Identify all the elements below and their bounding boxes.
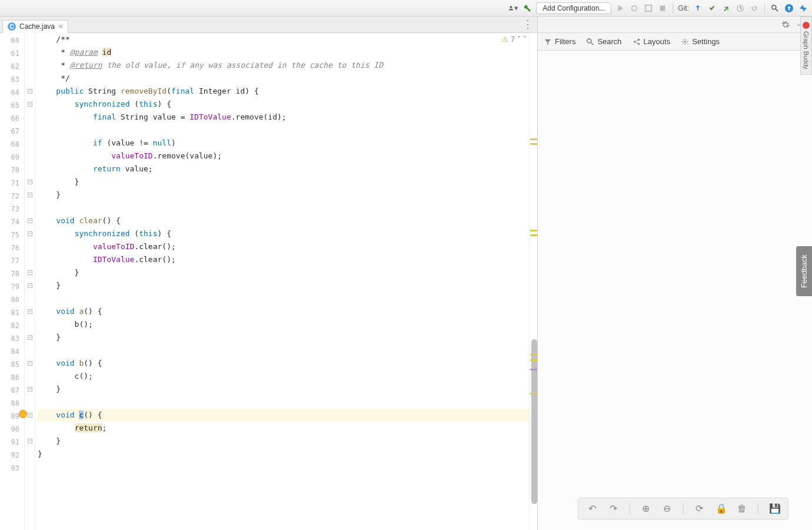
code-line[interactable] (38, 292, 529, 305)
zoom-in-icon[interactable]: ⊕ (641, 503, 651, 514)
code-line[interactable]: /** (38, 33, 529, 46)
editor-tab-cache[interactable]: C Cache.java × (2, 20, 68, 33)
stripe-mark[interactable] (530, 143, 537, 145)
graph-buddy-tab[interactable]: Graph Buddy (800, 16, 812, 75)
fold-toggle[interactable]: − (28, 387, 32, 392)
hammer-build-icon[interactable] (522, 3, 533, 14)
stripe-mark[interactable] (530, 234, 537, 236)
close-tab-icon[interactable]: × (58, 22, 63, 31)
feedback-tab[interactable]: Feedback (796, 246, 812, 296)
code-line[interactable]: synchronized (this) { (38, 227, 529, 240)
stripe-mark[interactable] (530, 369, 537, 370)
chevron-down-icon[interactable]: ˅ (523, 35, 527, 44)
fold-toggle[interactable]: − (28, 89, 32, 94)
code-line[interactable]: valueToID.clear(); (38, 240, 529, 253)
code-line[interactable]: final String value = IDToValue.remove(id… (38, 111, 529, 124)
code-line[interactable]: b(); (38, 318, 529, 331)
code-line[interactable]: valueToID.remove(value); (38, 150, 529, 163)
code-line[interactable]: } (38, 383, 529, 396)
lock-icon[interactable]: 🔒 (716, 503, 726, 514)
stripe-mark[interactable] (530, 393, 537, 395)
settings-button[interactable]: Settings (681, 37, 720, 46)
run-icon[interactable] (615, 3, 625, 14)
code-line[interactable]: * @param id (38, 46, 529, 59)
trash-icon[interactable]: 🗑 (737, 504, 747, 514)
code-line[interactable] (38, 201, 529, 214)
git-rollback-icon[interactable] (749, 3, 760, 14)
code-line[interactable]: } (38, 266, 529, 279)
stripe-mark[interactable] (530, 230, 537, 231)
chevron-up-icon[interactable]: ˄ (517, 35, 521, 44)
search-icon[interactable] (770, 3, 780, 14)
fold-toggle[interactable]: − (28, 270, 32, 275)
editor-body[interactable]: 6061626364656667686970717273747576777879… (0, 33, 537, 530)
code-line[interactable]: IDToValue.clear(); (38, 253, 529, 266)
debug-icon[interactable] (629, 3, 640, 14)
fold-toggle[interactable]: − (28, 283, 32, 288)
intention-bulb-icon[interactable] (19, 410, 27, 418)
code-line[interactable]: } (38, 435, 529, 448)
fold-toggle[interactable]: − (28, 361, 32, 366)
fold-gutter[interactable]: −−−−−−−−−−−−−− (25, 33, 35, 530)
code-line[interactable]: */ (38, 72, 529, 85)
code-area[interactable]: /** * @param id * @return the old value,… (35, 33, 529, 530)
code-line[interactable] (38, 124, 529, 137)
code-line[interactable] (38, 396, 529, 409)
fold-toggle[interactable]: − (28, 102, 32, 107)
filters-button[interactable]: Filters (544, 37, 575, 46)
fold-toggle[interactable]: − (28, 439, 32, 443)
code-line[interactable]: synchronized (this) { (38, 98, 529, 111)
search-button[interactable]: Search (586, 37, 621, 46)
code-line[interactable]: void c() { (38, 409, 529, 422)
fold-toggle[interactable]: − (28, 309, 32, 314)
sync-icon[interactable] (784, 3, 794, 14)
stripe-mark[interactable] (530, 138, 537, 140)
code-line[interactable]: public String removeById(final Integer i… (38, 85, 529, 98)
fold-toggle[interactable]: − (28, 413, 32, 418)
code-line[interactable]: } (38, 279, 529, 292)
git-update-icon[interactable] (693, 3, 703, 14)
code-line[interactable]: c(); (38, 370, 529, 383)
line-number: 68 (0, 138, 24, 151)
code-line[interactable]: return; (38, 422, 529, 435)
code-line[interactable]: } (38, 175, 529, 188)
scrollbar-thumb[interactable] (531, 339, 537, 504)
redo-icon[interactable]: ↷ (608, 503, 619, 514)
user-icon[interactable]: ▾ (508, 3, 518, 14)
refresh-icon[interactable]: ⟳ (694, 503, 705, 514)
add-configuration-button[interactable]: Add Configuration... (536, 2, 611, 14)
code-line[interactable]: } (38, 448, 529, 461)
error-stripe[interactable] (529, 33, 537, 530)
code-line[interactable]: * @return the old value, if any was asso… (38, 59, 529, 72)
git-commit-icon[interactable] (707, 3, 717, 14)
git-push-icon[interactable] (721, 3, 731, 14)
code-line[interactable] (38, 344, 529, 357)
fold-toggle[interactable]: − (28, 218, 32, 223)
stop-icon[interactable] (657, 3, 668, 14)
code-line[interactable]: void a() { (38, 305, 529, 318)
code-line[interactable]: void b() { (38, 357, 529, 370)
fold-toggle[interactable]: − (28, 193, 32, 197)
stripe-mark[interactable] (530, 359, 537, 361)
save-icon[interactable]: 💾 (769, 503, 780, 514)
layouts-button[interactable]: Layouts (633, 37, 671, 46)
code-line[interactable]: if (value != null) (38, 137, 529, 150)
stripe-mark[interactable] (530, 354, 537, 356)
gear-icon[interactable] (780, 19, 791, 30)
fold-toggle[interactable]: − (28, 180, 32, 184)
coverage-icon[interactable] (643, 3, 654, 14)
code-line[interactable]: } (38, 188, 529, 201)
undo-icon[interactable]: ↶ (587, 503, 598, 514)
zoom-out-icon[interactable]: ⊖ (662, 503, 673, 514)
git-history-icon[interactable] (735, 3, 746, 14)
tab-more-icon[interactable]: ⋮ (523, 20, 534, 28)
graph-canvas[interactable]: ↶ ↷ ⊕ ⊖ ⟳ 🔒 🗑 💾 (538, 51, 812, 530)
jetbrains-icon[interactable] (798, 3, 808, 14)
code-line[interactable]: return value; (38, 163, 529, 175)
code-line[interactable]: } (38, 331, 529, 344)
fold-toggle[interactable]: − (28, 335, 32, 340)
inspections-indicator[interactable]: ⚠ 7 ˄ ˅ (502, 35, 527, 44)
fold-toggle[interactable]: − (28, 231, 32, 236)
code-line[interactable] (38, 461, 529, 473)
code-line[interactable]: void clear() { (38, 214, 529, 227)
